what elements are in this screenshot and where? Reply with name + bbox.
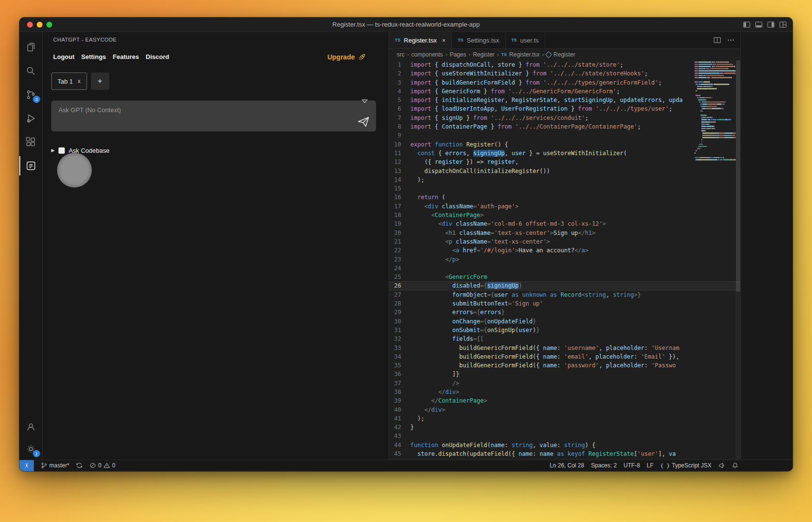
code-line[interactable]: 39 </ContainerPage> <box>389 396 740 405</box>
scrollbar-thumb[interactable] <box>736 60 740 292</box>
nav-discord[interactable]: Discord <box>146 53 169 60</box>
breadcrumb-item[interactable]: components <box>411 51 443 58</box>
notifications-bell-icon[interactable] <box>732 462 739 469</box>
code-line[interactable]: 38 </div> <box>389 388 740 396</box>
code-line[interactable]: 9 <box>389 131 740 140</box>
language-mode[interactable]: { } TypeScript JSX <box>660 462 711 469</box>
activity-bar-item-explorer[interactable] <box>19 38 43 57</box>
code-line[interactable]: 14 ); <box>389 175 740 184</box>
code-line[interactable]: 15 <box>389 184 740 193</box>
code-line[interactable]: 45 store.dispatch(updateField({ name: na… <box>389 450 740 458</box>
chat-tab-close[interactable]: x <box>78 78 81 85</box>
zoom-window-button[interactable] <box>46 22 52 28</box>
code-line[interactable]: 2import { useStoreWithInitializer } from… <box>389 69 740 78</box>
code-line[interactable]: 44function onUpdateField(name: string, v… <box>389 441 740 450</box>
code-line[interactable]: 7import { signUp } from '../../../servic… <box>389 114 740 122</box>
code-line[interactable]: 21 <p className='text-xs-center'> <box>389 237 740 246</box>
chat-tab-1[interactable]: Tab 1 x <box>51 72 87 90</box>
disclosure-arrow-icon[interactable]: ▶ <box>51 148 55 153</box>
code-line[interactable]: 6import { loadUserIntoApp, UserForRegist… <box>389 104 740 113</box>
code-line[interactable]: 18 <ContainerPage> <box>389 211 740 219</box>
upgrade-button[interactable]: Upgrade <box>327 52 367 61</box>
code-line[interactable]: 33 buildGenericFormField({ name: 'userna… <box>389 344 740 352</box>
code-line[interactable]: 16 return ( <box>389 193 740 202</box>
minimize-window-button[interactable] <box>37 22 43 28</box>
code-line[interactable]: 23 </p> <box>389 255 740 264</box>
sync-status[interactable] <box>76 462 83 469</box>
toggle-secondary-sidebar-icon[interactable] <box>767 21 775 29</box>
editor-scrollbar[interactable] <box>736 60 740 460</box>
code-line[interactable]: 41 ); <box>389 414 740 423</box>
code-line[interactable]: 32 fields={[ <box>389 334 740 343</box>
code-line[interactable]: 13 dispatchOnCall(initializeRegister()) <box>389 167 740 175</box>
prompt-input[interactable] <box>51 101 376 131</box>
close-window-button[interactable] <box>27 22 33 28</box>
feedback-icon[interactable] <box>718 462 725 469</box>
more-actions-icon[interactable] <box>727 36 735 44</box>
prompt-dropdown-caret-icon[interactable] <box>361 97 368 102</box>
code-line[interactable]: 25 <GenericForm <box>389 273 740 281</box>
code-line[interactable]: 28 submitButtonText='Sign up' <box>389 299 740 308</box>
code-line[interactable]: 12 ({ register }) => register, <box>389 158 740 166</box>
encoding-status[interactable]: UTF-8 <box>624 462 640 469</box>
tab-user-ts[interactable]: TS user.ts <box>506 32 545 48</box>
activity-bar-item-account[interactable] <box>19 417 43 436</box>
code-line[interactable]: 3import { buildGenericFormField } from '… <box>389 78 740 87</box>
code-line[interactable]: 5import { initializeRegister, RegisterSt… <box>389 96 740 104</box>
code-line[interactable]: 11 const { errors, signingUp, user } = u… <box>389 149 740 158</box>
eol-status[interactable]: LF <box>647 462 653 469</box>
nav-settings[interactable]: Settings <box>81 53 106 60</box>
ask-codebase-checkbox[interactable] <box>58 147 65 154</box>
indentation-status[interactable]: Spaces: 2 <box>591 462 617 469</box>
git-branch-status[interactable]: master* <box>41 462 69 469</box>
activity-bar-item-search[interactable] <box>19 61 43 81</box>
toggle-primary-sidebar-icon[interactable] <box>742 21 751 29</box>
activity-bar-item-extensions[interactable] <box>19 132 43 152</box>
activity-bar-item-source-control[interactable]: 3 <box>19 85 43 104</box>
code-line[interactable]: 27 formObject={user as unknown as Record… <box>389 290 740 299</box>
code-line[interactable]: 35 buildGenericFormField({ name: 'passwo… <box>389 361 740 370</box>
problems-status[interactable]: 0 0 <box>89 462 115 469</box>
breadcrumb-item[interactable]: Register <box>473 51 494 58</box>
add-chat-tab-button[interactable]: + <box>91 72 109 90</box>
code-line[interactable]: 42} <box>389 423 740 432</box>
code-line[interactable]: 17 <div className='auth-page'> <box>389 202 740 211</box>
code-line[interactable]: 1import { dispatchOnCall, store } from '… <box>389 60 740 69</box>
code-editor[interactable]: 1import { dispatchOnCall, store } from '… <box>389 60 740 460</box>
code-line[interactable]: 34 buildGenericFormField({ name: 'email'… <box>389 352 740 361</box>
code-line[interactable]: 20 <h1 className='text-xs-center'>Sign u… <box>389 229 740 237</box>
code-line[interactable]: 26 disabled={signingUp} <box>389 281 740 290</box>
code-line[interactable]: 4import { GenericForm } from '../../Gene… <box>389 87 740 96</box>
toggle-panel-icon[interactable] <box>754 21 763 29</box>
nav-logout[interactable]: Logout <box>53 53 74 60</box>
send-icon[interactable] <box>357 115 370 129</box>
activity-bar-item-easycode[interactable] <box>19 156 43 175</box>
code-line[interactable]: 19 <div className='col-md-6 offset-md-3 … <box>389 219 740 228</box>
code-line[interactable]: 37 /> <box>389 379 740 388</box>
tab-settings-tsx[interactable]: TS Settings.tsx <box>452 32 506 48</box>
breadcrumb-item[interactable]: src <box>397 51 405 58</box>
code-line[interactable]: 40 </div> <box>389 406 740 414</box>
tab-register-tsx[interactable]: TS Register.tsx × <box>389 32 452 48</box>
code-line[interactable]: 31 onSubmit={onSignUp(user)} <box>389 326 740 334</box>
code-line[interactable]: 22 <a href='/#/login'>Have an account?</… <box>389 246 740 255</box>
activity-bar-item-settings[interactable]: 1 <box>19 439 43 459</box>
code-line[interactable]: 24 <box>389 264 740 273</box>
activity-bar-item-run-debug[interactable] <box>19 109 43 128</box>
breadcrumb-item[interactable]: Register <box>553 51 575 58</box>
code-line[interactable]: 29 errors={errors} <box>389 308 740 317</box>
breadcrumb-item[interactable]: Register.tsx <box>509 51 540 58</box>
nav-features[interactable]: Features <box>113 53 139 60</box>
customize-layout-icon[interactable] <box>779 21 787 29</box>
code-line[interactable]: 30 onChange={onUpdateField} <box>389 317 740 326</box>
tab-close-icon[interactable]: × <box>442 37 446 44</box>
code-line[interactable]: 36 ]} <box>389 370 740 378</box>
breadcrumb-item[interactable]: Pages <box>450 51 466 58</box>
minimap[interactable] <box>695 60 736 460</box>
cursor-position[interactable]: Ln 26, Col 28 <box>550 462 584 469</box>
remote-indicator[interactable] <box>19 460 34 471</box>
code-line[interactable]: 8import { ContainerPage } from '../../Co… <box>389 122 740 131</box>
split-editor-icon[interactable] <box>713 36 721 44</box>
code-line[interactable]: 43 <box>389 432 740 440</box>
code-line[interactable]: 10export function Register() { <box>389 140 740 149</box>
